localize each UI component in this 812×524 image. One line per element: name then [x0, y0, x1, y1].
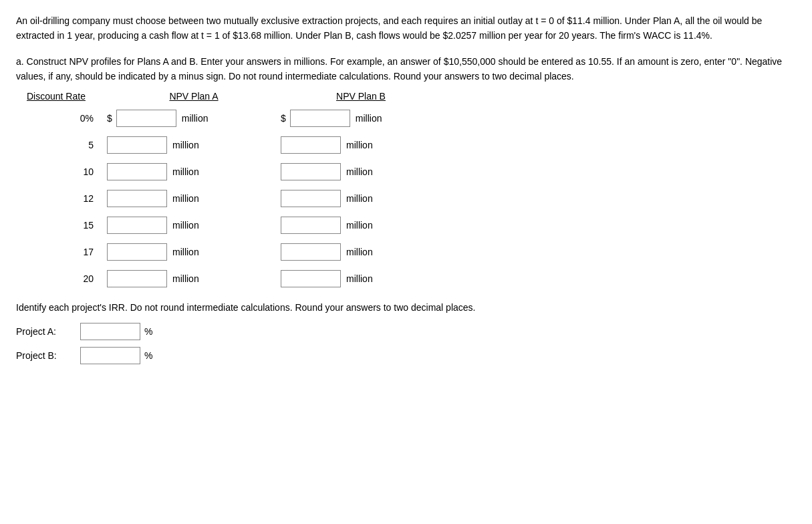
npv-plan-b-header: NPV Plan B — [281, 91, 441, 102]
npv-a-input-12[interactable] — [107, 190, 167, 207]
unit-a-17: million — [172, 247, 199, 257]
project-a-unit: % — [144, 326, 152, 337]
project-b-irr-input[interactable] — [80, 347, 140, 364]
npv-b-input-12[interactable] — [281, 190, 341, 207]
npv-b-input-0[interactable] — [290, 110, 350, 127]
discount-rate-header: Discount Rate — [27, 91, 107, 102]
npv-b-cell-17: million — [281, 243, 441, 261]
npv-a-input-10[interactable] — [107, 163, 167, 180]
table-row: 17 million million — [27, 243, 796, 261]
dollar-sign-a-0: $ — [107, 113, 112, 124]
npv-b-cell-20: million — [281, 270, 441, 287]
npv-b-cell-12: million — [281, 190, 441, 207]
npv-b-cell-15: million — [281, 217, 441, 234]
npv-b-cell-5: million — [281, 136, 441, 154]
npv-b-input-10[interactable] — [281, 163, 341, 180]
npv-b-input-17[interactable] — [281, 243, 341, 261]
npv-a-cell-20: million — [107, 270, 281, 287]
npv-b-input-20[interactable] — [281, 270, 341, 287]
irr-instructions: Identify each project's IRR. Do not roun… — [16, 301, 796, 315]
unit-a-15: million — [172, 220, 199, 231]
unit-a-10: million — [172, 166, 199, 177]
npv-a-cell-17: million — [107, 243, 281, 261]
table-body: 0% $ million $ million 5 million million — [27, 110, 796, 287]
npv-b-input-5[interactable] — [281, 136, 341, 154]
npv-plan-a-header: NPV Plan A — [107, 91, 281, 102]
unit-b-5: million — [346, 140, 373, 150]
table-row: 20 million million — [27, 270, 796, 287]
npv-a-input-17[interactable] — [107, 243, 167, 261]
section-a-instructions-inline: Construct NPV profiles for Plans A and B… — [16, 56, 782, 82]
unit-b-20: million — [346, 273, 373, 284]
table-row: 15 million million — [27, 217, 796, 234]
npv-a-input-0[interactable] — [116, 110, 176, 127]
discount-rate-0: 0% — [27, 113, 107, 124]
section-a-label: a. Construct NPV profiles for Plans A an… — [16, 54, 796, 84]
project-a-irr-input[interactable] — [80, 323, 140, 340]
irr-section: Identify each project's IRR. Do not roun… — [16, 301, 796, 364]
intro-paragraph: An oil-drilling company must choose betw… — [16, 13, 796, 43]
project-b-label: Project B: — [16, 350, 76, 361]
npv-b-input-15[interactable] — [281, 217, 341, 234]
dollar-sign-b-0: $ — [281, 113, 286, 124]
unit-b-0: million — [356, 113, 382, 124]
npv-a-cell-15: million — [107, 217, 281, 234]
unit-a-12: million — [172, 193, 199, 204]
table-row: 10 million million — [27, 163, 796, 180]
discount-rate-20: 20 — [27, 273, 107, 284]
npv-a-input-20[interactable] — [107, 270, 167, 287]
unit-b-15: million — [346, 220, 373, 231]
npv-a-cell-0: $ million — [107, 110, 281, 127]
npv-b-cell-10: million — [281, 163, 441, 180]
unit-a-5: million — [172, 140, 199, 150]
table-row: 0% $ million $ million — [27, 110, 796, 127]
npv-a-cell-5: million — [107, 136, 281, 154]
project-a-label: Project A: — [16, 326, 76, 337]
table-headers: Discount Rate NPV Plan A NPV Plan B — [27, 91, 796, 102]
npv-a-cell-12: million — [107, 190, 281, 207]
unit-a-20: million — [172, 273, 199, 284]
npv-a-input-5[interactable] — [107, 136, 167, 154]
unit-b-10: million — [346, 166, 373, 177]
unit-a-0: million — [182, 113, 209, 124]
npv-a-input-15[interactable] — [107, 217, 167, 234]
section-a-prefix: a. — [16, 56, 24, 67]
discount-rate-10: 10 — [27, 166, 107, 177]
discount-rate-17: 17 — [27, 247, 107, 257]
unit-b-17: million — [346, 247, 373, 257]
project-a-row: Project A: % — [16, 323, 796, 340]
unit-b-12: million — [346, 193, 373, 204]
npv-a-cell-10: million — [107, 163, 281, 180]
project-b-row: Project B: % — [16, 347, 796, 364]
discount-rate-5: 5 — [27, 140, 107, 150]
table-row: 5 million million — [27, 136, 796, 154]
table-row: 12 million million — [27, 190, 796, 207]
discount-rate-12: 12 — [27, 193, 107, 204]
npv-table: Discount Rate NPV Plan A NPV Plan B 0% $… — [27, 91, 796, 287]
project-b-unit: % — [144, 350, 152, 361]
discount-rate-15: 15 — [27, 220, 107, 231]
npv-b-cell-0: $ million — [281, 110, 441, 127]
